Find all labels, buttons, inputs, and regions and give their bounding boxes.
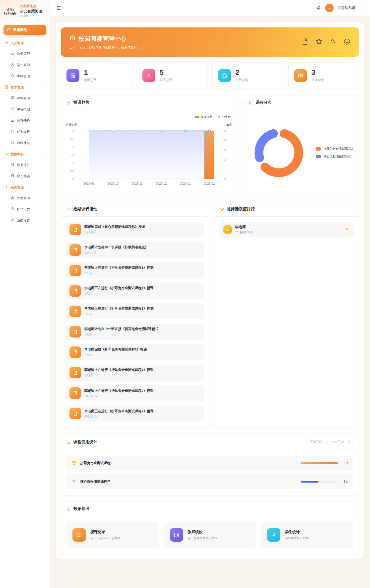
sidebar-item-settings[interactable]: 系统设置	[3, 215, 46, 226]
activity-title: 李老师正在进行《折耳兔奇奇测试课程2》授课	[84, 409, 154, 414]
activity-item[interactable]: 李老师正在进行《折耳兔奇奇测试课程1》授课 1天前	[66, 262, 204, 278]
sidebar-item-dashboard[interactable]: 数据概览	[3, 25, 46, 35]
svg-text:1.5: 1.5	[70, 153, 74, 156]
ranking-row[interactable]: 1 李老师 授课 3 次	[219, 222, 354, 238]
svg-text:5: 5	[224, 129, 226, 132]
brand: LeSingle 月亮幼儿园 少儿智慧阅读 管理后台	[0, 0, 50, 22]
gold-trophy-icon	[71, 460, 77, 466]
svg-text:2025-09: 2025-09	[83, 182, 94, 185]
sidebar-item-courses[interactable]: 课程管理	[3, 92, 46, 104]
book-bookmark-icon	[69, 367, 81, 378]
sidebar-item-classes[interactable]: 班级管理	[3, 71, 46, 82]
clock-icon	[10, 207, 14, 212]
sidebar-nav: 数据概览 人员管理 教师管理 学生管理 班级管理	[0, 22, 50, 229]
usage-row: 折耳兔奇奇测试课程2 2次	[66, 456, 353, 470]
activity-item[interactable]: 李老师完成《折耳兔奇奇测试课程2》授课 1天前	[66, 344, 204, 360]
open-book-icon	[72, 528, 86, 542]
activity-item[interactable]: 李老师正在进行《折耳兔奇奇测试课程2》授课 2026/2/14	[66, 406, 204, 421]
export-teaching-records[interactable]: 授课记录 导出所有授课记录数据	[66, 522, 159, 548]
svg-text:2025-12: 2025-12	[156, 182, 167, 185]
sidebar-item-label: 任务模板	[17, 130, 30, 134]
section-label: 教学管理	[11, 85, 24, 90]
export-teacher-performance[interactable]: 教师绩效 导出教师绩效统计数据	[164, 522, 256, 548]
chevron-down-icon[interactable]	[359, 6, 363, 10]
sidebar-item-logs[interactable]: 操作日志	[3, 204, 46, 215]
svg-text:2: 2	[72, 145, 74, 148]
sidebar-item-label: 数据报告	[17, 163, 30, 167]
svg-text:2: 2	[224, 158, 226, 161]
sidebar-item-packages[interactable]: 套餐管理	[3, 192, 46, 204]
activity-title: 李老师正在进行《折耳兔奇奇测试课程1》授课	[84, 368, 154, 372]
sidebar-item-reports[interactable]: 数据报告	[3, 159, 46, 170]
sidebar-item-archives[interactable]: 成长档案	[3, 170, 46, 182]
user-avatar[interactable]	[325, 4, 334, 12]
box-icon	[10, 196, 14, 200]
date-start-placeholder: 开始日期	[310, 440, 322, 444]
svg-text:1: 1	[72, 161, 74, 164]
activity-item[interactable]: 李老师正在进行《折耳兔奇奇测试课程1》授课 1天前	[66, 283, 204, 299]
export-desc: 导出教师绩效统计数据	[188, 536, 218, 540]
legend-label: 授课次数	[201, 115, 213, 119]
chevron-up-icon	[42, 152, 45, 156]
sidebar-item-teachers[interactable]: 教师管理	[3, 48, 46, 59]
book-bookmark-icon	[69, 326, 81, 337]
activity-item[interactable]: 李老师完成《核心流程测试课程包》授课 3小时前	[66, 222, 204, 238]
user-name[interactable]: 月亮幼儿园	[338, 6, 355, 10]
notification-bell-icon[interactable]	[316, 5, 321, 10]
person-icon	[10, 63, 14, 67]
activity-item[interactable]: 李老师正在进行《折耳兔奇奇测试课程1》授课 2天前	[66, 365, 204, 381]
stat-card-teachers: 1 教师总数	[61, 62, 132, 89]
calendar-icon	[347, 440, 350, 444]
stat-card-lessons: 3 授课次数	[288, 62, 359, 89]
sidebar-item-students[interactable]: 学生管理	[3, 59, 46, 71]
person-icon	[267, 528, 280, 542]
legend-swatch	[316, 147, 321, 151]
home-icon	[69, 35, 76, 43]
svg-text:2.5: 2.5	[70, 137, 74, 140]
sidebar-item-feedback[interactable]: 课程反馈	[3, 137, 46, 149]
export-title: 授课记录	[90, 530, 120, 534]
collapse-menu-icon[interactable]	[56, 5, 61, 10]
sidebar-item-label: 阅读任务	[17, 118, 30, 123]
content: 校园阅读管理中心 让每一个孩子都能享受阅读的快乐，智慧成长每一天！	[50, 16, 370, 566]
svg-text:3: 3	[72, 129, 74, 132]
stat-label: 教师总数	[84, 78, 97, 82]
donut-chart-svg	[249, 123, 309, 183]
activity-item[interactable]: 李老师计划在中一班讲授《好饿的毛毛虫》 18小时前	[66, 242, 204, 258]
comment-icon	[10, 141, 14, 145]
export-student-stats[interactable]: 学生统计 导出学生统计数据	[261, 522, 353, 548]
course-usage-card: 课程使用统计 开始日期 → 结束日期 折耳兔奇奇测试课程2	[61, 433, 359, 496]
activity-item[interactable]: 李老师正在进行《折耳兔奇奇测试课程1》授课 1天前	[66, 303, 204, 319]
sidebar-item-task-templates[interactable]: 任务模板	[3, 126, 46, 137]
card-title: 课程分布	[256, 100, 272, 105]
idcard-icon	[66, 69, 79, 82]
paint-bucket-icon	[329, 38, 337, 46]
person-icon	[142, 69, 155, 82]
activity-time: 3小时前	[84, 230, 145, 235]
sidebar-item-label: 操作日志	[17, 207, 30, 212]
activity-time: 1天前	[84, 333, 160, 337]
stat-cards: 1 教师总数 5 学生总数 2 班级总数	[61, 62, 359, 89]
stat-value: 2	[236, 69, 248, 76]
star-icon	[315, 38, 323, 46]
sidebar-item-schedule[interactable]: 课程排期	[3, 104, 46, 115]
teacher-meta: 授课 3 次	[240, 230, 253, 235]
activity-time: 1天前	[84, 353, 147, 357]
activity-item[interactable]: 李老师正在进行《折耳兔奇奇测试课程2》授课 2026/2/14	[66, 385, 204, 401]
sidebar-section-data[interactable]: 数据中心	[3, 149, 46, 159]
date-range-picker[interactable]: 开始日期 → 结束日期	[307, 438, 354, 446]
sidebar-section-system[interactable]: 系统管理	[3, 182, 46, 192]
sidebar-item-label: 数据概览	[13, 28, 27, 32]
activity-item[interactable]: 李老师计划在中一班讲授《折耳兔奇奇测试课程1》 1天前	[66, 324, 204, 340]
svg-text:授课次数: 授课次数	[65, 123, 77, 126]
book-bookmark-icon	[69, 387, 81, 399]
progress-fill	[301, 462, 338, 464]
svg-text:0: 0	[72, 177, 74, 180]
app: LeSingle 月亮幼儿园 少儿智慧阅读 管理后台 数据概览 人员管理 教师	[0, 0, 370, 588]
activity-title: 李老师完成《核心流程测试课程包》授课	[84, 225, 145, 229]
sidebar-section-personnel[interactable]: 人员管理	[3, 37, 46, 48]
sidebar-item-reading-tasks[interactable]: 阅读任务	[3, 115, 46, 126]
sidebar-item-label: 教师管理	[17, 52, 30, 56]
sidebar-section-teaching[interactable]: 教学管理	[3, 82, 46, 92]
book-bookmark-icon	[4, 85, 8, 90]
